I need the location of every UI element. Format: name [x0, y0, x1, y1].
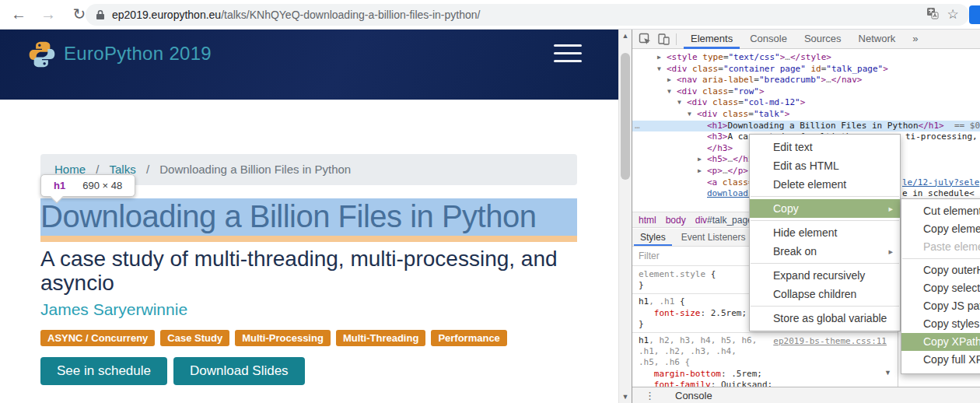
menu-item-collapse-children[interactable]: Collapse children	[750, 285, 900, 303]
dom-tree-row[interactable]: ▶<nav aria-label="breadcrumb">…</nav>	[632, 75, 980, 86]
download-slides-button[interactable]: Download Slides	[173, 357, 305, 385]
url-text: ep2019.europython.eu/talks/KNhQYeQ-downl…	[112, 9, 922, 21]
scrollbar-thumb[interactable]	[621, 53, 630, 180]
dom-breadcrumb-item[interactable]: html	[639, 215, 656, 226]
expand-arrow-icon[interactable]: ▶	[657, 52, 661, 64]
crumb-part: #talk_page	[707, 215, 753, 226]
dom-tree-row[interactable]: ▼<div class="talk">	[632, 109, 980, 121]
crumb-part: body	[666, 215, 686, 226]
selected-row-marker: …	[635, 121, 641, 132]
menu-item-copy[interactable]: Copy▸	[750, 199, 900, 218]
code-token: =	[754, 75, 759, 85]
expand-arrow-icon[interactable]: ▶	[698, 154, 702, 166]
code-token: : Quicksand;	[711, 380, 772, 387]
breadcrumb-separator: /	[143, 163, 153, 176]
devtools-tab-more-tabs[interactable]: »	[904, 30, 926, 49]
styles-scroll-down-icon[interactable]: ▼	[884, 369, 891, 377]
tooltip-element-tag: h1	[54, 180, 65, 191]
speaker-link[interactable]: James Saryerwinnie	[40, 300, 187, 319]
menu-item-delete-element[interactable]: Delete element	[750, 175, 900, 194]
tag-badge-case-study[interactable]: Case Study	[160, 330, 229, 346]
code-token: class	[708, 97, 739, 107]
url-host: ep2019.europython.eu	[112, 9, 221, 21]
menu-item-copy-outerhtml[interactable]: Copy outerHTML	[901, 261, 980, 279]
dom-tree-row[interactable]: ▼<div class="container page" id="talk_pa…	[632, 64, 980, 75]
menu-item-copy-full-xpath[interactable]: Copy full XPath	[901, 351, 980, 369]
hamburger-menu-icon[interactable]	[554, 44, 582, 68]
site-brand[interactable]: EuroPython 2019	[64, 43, 212, 65]
dom-breadcrumb-item[interactable]: div#talk_page	[695, 215, 753, 226]
sidebar-tab-event-listeners[interactable]: Event Listeners	[674, 229, 754, 246]
menu-item-copy-selector[interactable]: Copy selector	[901, 279, 980, 297]
tag-badge-async-concurreny[interactable]: ASYNC / Concurreny	[40, 330, 155, 346]
menu-item-copy-js-path[interactable]: Copy JS path	[901, 297, 980, 315]
dom-tree-row[interactable]: ▼<div class="col-md-12">	[632, 97, 980, 109]
breadcrumb-current: Downloading a Billion Files in Python	[159, 163, 351, 176]
devtools-tab-elements[interactable]: Elements	[682, 30, 741, 49]
menu-item-break-on[interactable]: Break on▸	[750, 242, 900, 261]
see-in-schedule-button[interactable]: See in schedule	[40, 357, 167, 385]
crumb-part: html	[639, 215, 656, 226]
menu-item-copy-styles[interactable]: Copy styles	[901, 315, 980, 333]
browser-toolbar: ← → ↻ ep2019.europython.eu/talks/KNhQYeQ…	[0, 0, 980, 30]
device-toolbar-icon[interactable]	[657, 33, 670, 49]
translate-icon[interactable]	[922, 7, 943, 23]
menu-item-copy-element[interactable]: Copy element	[901, 220, 980, 238]
code-token: margin-bottom	[639, 369, 721, 379]
forward-icon[interactable]: →	[37, 3, 59, 25]
context-menu: Edit textEdit as HTMLDelete elementCopy▸…	[749, 134, 901, 331]
code-token: le/12-july?sele	[902, 177, 979, 189]
code-token: aria-label	[698, 75, 754, 85]
devtools-tab-sources[interactable]: Sources	[796, 30, 850, 49]
inspect-tooltip: h1 690 × 48	[40, 174, 135, 197]
code-token: Downloading a Billion Files in Python	[728, 121, 919, 131]
dom-breadcrumb-item[interactable]: body	[666, 215, 686, 226]
collapse-arrow-icon[interactable]: ▼	[657, 64, 661, 75]
scroll-up-icon[interactable]: ▲	[619, 32, 632, 40]
expand-arrow-icon[interactable]: ▶	[667, 75, 671, 86]
browser-profile-chip[interactable]	[969, 5, 980, 24]
expand-arrow-icon[interactable]: ▶	[698, 166, 702, 177]
collapse-arrow-icon[interactable]: ▼	[677, 97, 681, 109]
style-rule-line: .h5, .h6 {	[639, 357, 893, 368]
menu-item-hide-element[interactable]: Hide element	[750, 223, 900, 242]
code-token: <nav	[677, 75, 698, 85]
code-token: class	[718, 109, 749, 119]
devtools-tab-network[interactable]: Network	[850, 30, 905, 49]
dom-tree-row[interactable]: ▼<div class="row">	[632, 86, 980, 98]
code-token: , .h1	[649, 296, 674, 307]
menu-item-edit-text[interactable]: Edit text	[750, 138, 900, 156]
code-token: ti-processing,	[905, 131, 978, 143]
code-token: }	[639, 319, 644, 329]
address-bar[interactable]: ep2019.europython.eu/talks/KNhQYeQ-downl…	[86, 4, 969, 26]
tag-badge-multi-threading[interactable]: Multi-Threading	[336, 330, 426, 346]
code-token: id	[806, 64, 821, 74]
console-drawer-label[interactable]: Console	[675, 390, 712, 401]
tag-badge-performance[interactable]: Performance	[431, 330, 506, 346]
menu-item-store-as-global-variable[interactable]: Store as global variable	[750, 309, 900, 328]
menu-item-expand-recursively[interactable]: Expand recursively	[750, 266, 900, 285]
page-scrollbar[interactable]: ▲ ▼	[618, 30, 632, 403]
stylesheet-source-link[interactable]: ep2019-bs-theme.css:11	[773, 336, 887, 346]
code-token: </h1>	[919, 121, 944, 131]
scroll-down-icon[interactable]: ▼	[619, 393, 632, 401]
bookmark-star-icon[interactable]: ☆	[943, 5, 963, 25]
menu-item-edit-as-html[interactable]: Edit as HTML	[750, 156, 900, 175]
devtools-tab-console[interactable]: Console	[741, 30, 796, 49]
menu-item-copy-xpath[interactable]: Copy XPath	[901, 333, 980, 351]
dom-tree-row[interactable]: ▶<style type="text/css">…</style>	[632, 52, 980, 64]
dom-tree-row[interactable]: …<h1>Downloading a Billion Files in Pyth…	[632, 121, 980, 132]
menu-item-paste-element[interactable]: Paste element	[901, 238, 980, 256]
collapse-arrow-icon[interactable]: ▼	[688, 109, 691, 121]
code-token: "breadcrumb"	[759, 75, 821, 85]
sidebar-tab-styles[interactable]: Styles	[632, 229, 674, 246]
collapse-arrow-icon[interactable]: ▼	[667, 86, 671, 98]
code-token: >	[800, 97, 806, 107]
inspect-cursor-icon[interactable]	[639, 33, 652, 49]
code-token: <h1>	[707, 121, 728, 131]
menu-item-cut-element[interactable]: Cut element	[901, 202, 980, 220]
python-logo-icon[interactable]	[28, 40, 56, 68]
tag-badge-multi-processing[interactable]: Multi-Processing	[235, 330, 331, 346]
kebab-menu-icon[interactable]: ⋮	[645, 390, 655, 401]
back-icon[interactable]: ←	[8, 3, 30, 25]
